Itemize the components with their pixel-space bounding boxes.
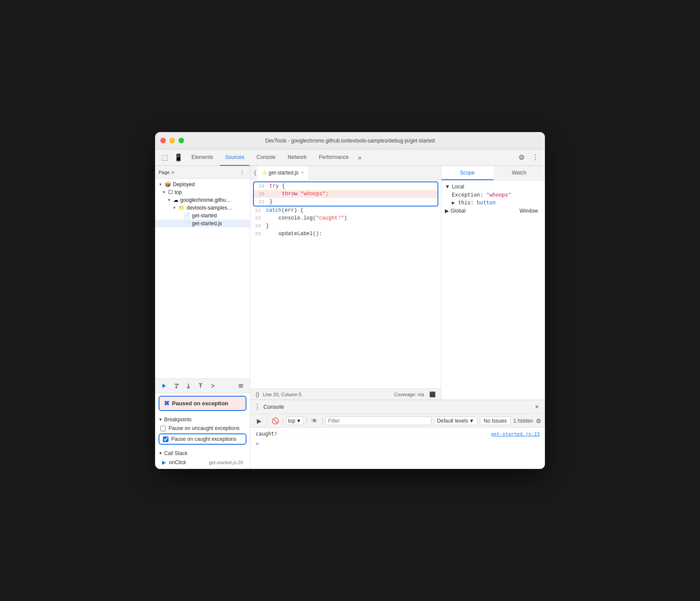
coverage-label: Coverage: n/a (394, 392, 424, 397)
more-tabs-button[interactable]: » (356, 152, 364, 164)
titlebar: DevTools - googlechrome.github.io/devtoo… (155, 132, 545, 149)
console-log-text: caught! (256, 431, 278, 437)
console-panel: ⋮ Console × ▶ 🚫 top ▼ 👁 (250, 400, 545, 469)
console-title: Console (263, 404, 284, 410)
settings-button[interactable]: ⚙ (515, 152, 528, 164)
breakpoints-section: ▼ Breakpoints Pause on uncaught exceptio… (155, 414, 250, 447)
scope-local-label: Local (452, 184, 464, 190)
scope-content: ▼ Local Exception: "whoops" ▶ this: butt… (441, 181, 545, 400)
console-input[interactable] (262, 441, 540, 447)
console-run-button[interactable]: ▶ (254, 416, 264, 426)
scope-global-label: Global (450, 208, 466, 214)
scope-this-value: button (477, 200, 496, 206)
tree-item-devtools-samples[interactable]: ▼ 📁 devtools-samples… (155, 204, 250, 212)
minimize-button[interactable] (169, 138, 175, 143)
scope-exception-value: "whoops" (486, 192, 511, 198)
chevron-down-icon: ▼ (296, 418, 301, 424)
call-stack-item-onclick[interactable]: ▶ onClick get-started.js:20 (159, 458, 246, 467)
tree-label-deployed: Deployed (173, 181, 195, 187)
right-panel: ⟨ ⚠ get-started.js × 19 tr (250, 166, 545, 469)
status-bar: {} Line 20, Column 5 Coverage: n/a ⬛ (250, 388, 441, 400)
tree-item-googlechrome[interactable]: ▼ ☁ googlechrome.githu… (155, 196, 250, 204)
tab-filename: get-started.js (269, 170, 298, 176)
call-stack-title: Call Stack (164, 450, 188, 456)
breakpoints-header[interactable]: ▼ Breakpoints (159, 415, 246, 424)
pause-caught-checkbox[interactable] (163, 436, 169, 442)
maximize-button[interactable] (178, 138, 184, 143)
line-number-22: 22 (250, 207, 266, 214)
step-over-button[interactable] (171, 380, 182, 391)
inspect-button[interactable]: ⬚ (159, 152, 171, 164)
tab-close-button[interactable]: × (300, 169, 305, 176)
panel-more-button[interactable]: » (170, 168, 176, 176)
call-stack-arrow: ▼ (159, 451, 162, 456)
console-eye-button[interactable]: 👁 (309, 416, 320, 426)
scope-global-value: Window (519, 208, 541, 214)
line-number-23: 23 (250, 214, 266, 222)
pause-caught-row: Pause on caught exceptions (159, 433, 246, 445)
device-button[interactable]: 📱 (172, 152, 185, 164)
scope-tab-scope[interactable]: Scope (441, 166, 493, 180)
resume-button[interactable] (159, 380, 170, 391)
scope-tab-watch[interactable]: Watch (493, 166, 545, 180)
console-levels-button[interactable]: Default levels ▼ (434, 417, 477, 425)
format-button[interactable]: {} (256, 391, 259, 397)
console-dots-button[interactable]: ⋮ (254, 403, 261, 411)
status-right: Coverage: n/a ⬛ (394, 391, 436, 397)
paused-icon: ✖ (164, 399, 169, 407)
pause-uncaught-row: Pause on uncaught exceptions (159, 424, 246, 433)
devtools-window: DevTools - googlechrome.github.io/devtoo… (155, 132, 545, 469)
tree-item-get-started-js[interactable]: 📄 get-started.js (155, 220, 250, 227)
tab-console[interactable]: Console (251, 149, 281, 166)
console-context-selector[interactable]: top ▼ (286, 417, 304, 425)
console-prompt: > (250, 439, 545, 449)
devtools-body: Page » ⋮ ▼ 📦 Deployed ▼ ☐ top ▼ (155, 166, 545, 469)
tab-performance[interactable]: Performance (314, 149, 354, 166)
tree-label-googlechrome: googlechrome.githu… (180, 197, 231, 203)
console-no-issues-button[interactable]: No Issues (480, 417, 511, 425)
paused-label: Paused on exception (172, 400, 228, 407)
separator2 (283, 417, 283, 424)
console-settings-button[interactable]: ⚙ (536, 417, 541, 424)
scope-local-header[interactable]: ▼ Local (441, 182, 545, 191)
breakpoints-icon-button[interactable] (235, 380, 246, 391)
console-block-button[interactable]: 🚫 (270, 416, 280, 426)
console-log-link[interactable]: get-started.js:23 (491, 431, 540, 437)
step-into-button[interactable] (183, 380, 194, 391)
editor-area: ⟨ ⚠ get-started.js × 19 tr (250, 166, 441, 400)
step-button[interactable] (207, 380, 218, 391)
traffic-lights (160, 138, 184, 143)
call-stack-function: onClick (169, 459, 186, 465)
console-hidden-count: 1 hidden (513, 418, 533, 424)
panel-dots-button[interactable]: ⋮ (238, 168, 246, 176)
cloud-icon: ☁ (173, 197, 178, 203)
call-stack-header[interactable]: ▼ Call Stack (159, 449, 246, 458)
tab-elements[interactable]: Elements (186, 149, 218, 166)
console-body: caught! get-started.js:23 > (250, 428, 545, 469)
pause-uncaught-checkbox[interactable] (160, 426, 166, 431)
tree-item-top[interactable]: ▼ ☐ top (155, 188, 250, 196)
tree-arrow: ▼ (162, 190, 166, 194)
navigate-back-button[interactable]: ⟨ (252, 168, 258, 178)
line-number-21: 21 (254, 198, 269, 206)
editor-tab-get-started-js[interactable]: ⚠ get-started.js × (258, 166, 309, 180)
code-line-19: 19 try { (254, 182, 438, 190)
console-filter-input[interactable] (325, 417, 431, 425)
line-number-19: 19 (254, 182, 269, 190)
code-line-25: 25 updateLabel(): (250, 230, 441, 238)
scope-global-header[interactable]: ▶ Global Window (441, 207, 545, 215)
panel-title: Page (159, 170, 170, 175)
step-out-button[interactable] (195, 380, 206, 391)
tree-item-get-started[interactable]: 📄 get-started (155, 212, 250, 220)
coverage-expand-button[interactable]: ⬛ (429, 391, 436, 397)
tab-sources[interactable]: Sources (220, 149, 250, 166)
tab-network[interactable]: Network (282, 149, 312, 166)
scope-exception-key: Exception: (452, 192, 486, 198)
close-button[interactable] (160, 138, 166, 143)
prompt-chevron-icon: > (256, 440, 259, 447)
console-close-button[interactable]: × (532, 402, 541, 412)
code-content-22: catch(err) { (266, 207, 303, 214)
tree-item-deployed[interactable]: ▼ 📦 Deployed (155, 181, 250, 188)
tree-arrow: ▼ (172, 206, 177, 210)
customize-button[interactable]: ⋮ (529, 152, 541, 164)
